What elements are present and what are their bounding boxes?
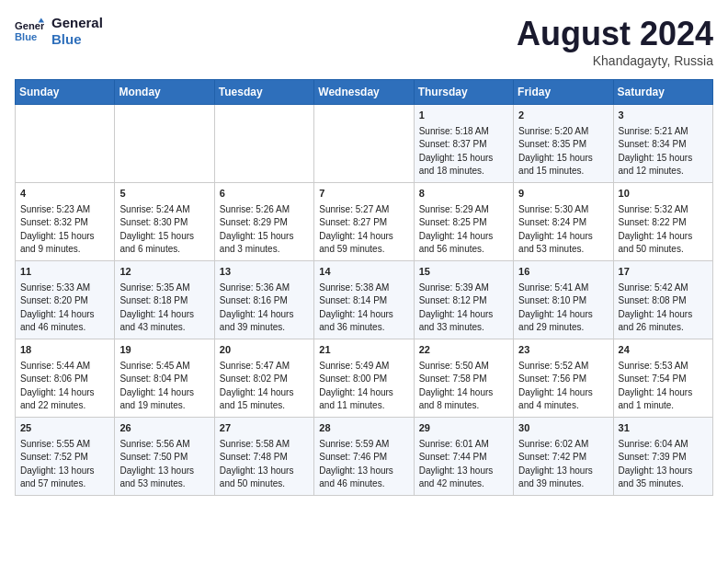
- daylight-text: Daylight: 14 hours and 46 minutes.: [20, 309, 95, 333]
- sunset-text: Sunset: 8:25 PM: [419, 217, 487, 227]
- daylight-text: Daylight: 13 hours and 46 minutes.: [319, 465, 393, 489]
- daylight-text: Daylight: 14 hours and 15 minutes.: [220, 387, 294, 411]
- day-number: 8: [419, 187, 508, 201]
- logo-text-general: General: [51, 15, 103, 31]
- location-subtitle: Khandagayty, Russia: [517, 53, 713, 68]
- day-number: 31: [619, 421, 708, 436]
- day-cell-10: 10Sunrise: 5:32 AMSunset: 8:22 PMDayligh…: [613, 182, 712, 260]
- day-number: 7: [319, 187, 408, 201]
- day-cell-14: 14Sunrise: 5:38 AMSunset: 8:14 PMDayligh…: [314, 260, 414, 339]
- sunrise-text: Sunrise: 5:53 AM: [619, 361, 688, 371]
- daylight-text: Daylight: 13 hours and 35 minutes.: [619, 465, 693, 489]
- day-number: 13: [220, 265, 309, 280]
- sunrise-text: Sunrise: 5:47 AM: [220, 361, 290, 371]
- sunset-text: Sunset: 8:10 PM: [518, 295, 586, 305]
- week-row-5: 25Sunrise: 5:55 AMSunset: 7:52 PMDayligh…: [16, 417, 713, 495]
- sunset-text: Sunset: 7:56 PM: [518, 373, 586, 384]
- empty-cell: [214, 105, 313, 183]
- day-cell-20: 20Sunrise: 5:47 AMSunset: 8:02 PMDayligh…: [214, 339, 313, 417]
- day-number: 17: [619, 265, 708, 280]
- daylight-text: Daylight: 15 hours and 9 minutes.: [20, 231, 95, 255]
- daylight-text: Daylight: 14 hours and 1 minute.: [619, 387, 693, 411]
- day-number: 1: [419, 109, 508, 123]
- sunset-text: Sunset: 8:37 PM: [419, 139, 487, 149]
- sunrise-text: Sunrise: 6:01 AM: [419, 439, 489, 449]
- calendar-table: SundayMondayTuesdayWednesdayThursdayFrid…: [15, 79, 713, 496]
- day-number: 2: [518, 109, 608, 123]
- week-row-1: 1Sunrise: 5:18 AMSunset: 8:37 PMDaylight…: [16, 105, 713, 183]
- col-header-friday: Friday: [514, 80, 613, 105]
- empty-cell: [314, 105, 414, 183]
- daylight-text: Daylight: 14 hours and 26 minutes.: [619, 309, 693, 333]
- col-header-monday: Monday: [115, 80, 214, 105]
- sunset-text: Sunset: 7:42 PM: [518, 452, 586, 462]
- day-cell-31: 31Sunrise: 6:04 AMSunset: 7:39 PMDayligh…: [613, 417, 712, 495]
- week-row-4: 18Sunrise: 5:44 AMSunset: 8:06 PMDayligh…: [16, 339, 713, 417]
- sunrise-text: Sunrise: 5:45 AM: [119, 361, 189, 371]
- day-cell-1: 1Sunrise: 5:18 AMSunset: 8:37 PMDaylight…: [414, 105, 513, 183]
- day-cell-16: 16Sunrise: 5:41 AMSunset: 8:10 PMDayligh…: [514, 260, 613, 339]
- daylight-text: Daylight: 14 hours and 29 minutes.: [518, 309, 593, 333]
- sunset-text: Sunset: 8:02 PM: [220, 373, 288, 384]
- sunset-text: Sunset: 8:20 PM: [20, 295, 88, 305]
- day-number: 11: [20, 265, 109, 280]
- col-header-tuesday: Tuesday: [214, 80, 313, 105]
- daylight-text: Daylight: 15 hours and 12 minutes.: [619, 153, 693, 177]
- day-number: 15: [419, 265, 508, 280]
- daylight-text: Daylight: 14 hours and 22 minutes.: [20, 387, 95, 411]
- sunrise-text: Sunrise: 5:42 AM: [619, 282, 688, 293]
- sunset-text: Sunset: 8:14 PM: [319, 295, 387, 305]
- sunrise-text: Sunrise: 6:02 AM: [518, 439, 588, 449]
- daylight-text: Daylight: 14 hours and 4 minutes.: [518, 387, 593, 411]
- day-number: 16: [518, 265, 608, 280]
- day-cell-7: 7Sunrise: 5:27 AMSunset: 8:27 PMDaylight…: [314, 182, 414, 260]
- day-number: 20: [220, 343, 309, 358]
- daylight-text: Daylight: 13 hours and 50 minutes.: [220, 465, 294, 489]
- day-cell-3: 3Sunrise: 5:21 AMSunset: 8:34 PMDaylight…: [613, 105, 712, 183]
- daylight-text: Daylight: 13 hours and 42 minutes.: [419, 465, 494, 489]
- day-cell-24: 24Sunrise: 5:53 AMSunset: 7:54 PMDayligh…: [613, 339, 712, 417]
- day-cell-12: 12Sunrise: 5:35 AMSunset: 8:18 PMDayligh…: [115, 260, 214, 339]
- sunset-text: Sunset: 7:58 PM: [419, 373, 487, 384]
- daylight-text: Daylight: 14 hours and 19 minutes.: [119, 387, 194, 411]
- day-cell-29: 29Sunrise: 6:01 AMSunset: 7:44 PMDayligh…: [414, 417, 513, 495]
- sunset-text: Sunset: 7:50 PM: [119, 452, 188, 462]
- empty-cell: [115, 105, 214, 183]
- day-number: 3: [619, 109, 708, 123]
- day-cell-6: 6Sunrise: 5:26 AMSunset: 8:29 PMDaylight…: [214, 182, 313, 260]
- day-cell-21: 21Sunrise: 5:49 AMSunset: 8:00 PMDayligh…: [314, 339, 414, 417]
- sunrise-text: Sunrise: 5:30 AM: [518, 204, 588, 214]
- day-number: 28: [319, 421, 408, 436]
- col-header-saturday: Saturday: [613, 80, 712, 105]
- day-number: 5: [119, 187, 209, 201]
- sunrise-text: Sunrise: 6:04 AM: [619, 439, 688, 449]
- day-number: 6: [220, 187, 309, 201]
- daylight-text: Daylight: 14 hours and 59 minutes.: [319, 231, 393, 255]
- col-header-thursday: Thursday: [414, 80, 513, 105]
- day-cell-30: 30Sunrise: 6:02 AMSunset: 7:42 PMDayligh…: [514, 417, 613, 495]
- day-number: 29: [419, 421, 508, 436]
- day-cell-11: 11Sunrise: 5:33 AMSunset: 8:20 PMDayligh…: [16, 260, 115, 339]
- sunrise-text: Sunrise: 5:44 AM: [20, 361, 90, 371]
- daylight-text: Daylight: 15 hours and 6 minutes.: [119, 231, 194, 255]
- sunset-text: Sunset: 7:54 PM: [619, 373, 687, 384]
- day-number: 19: [119, 343, 209, 358]
- sunset-text: Sunset: 8:12 PM: [419, 295, 487, 305]
- day-number: 21: [319, 343, 408, 358]
- sunset-text: Sunset: 7:48 PM: [220, 452, 288, 462]
- page-header: General Blue General Blue August 2024 Kh…: [15, 15, 713, 68]
- sunrise-text: Sunrise: 5:36 AM: [220, 282, 290, 293]
- sunset-text: Sunset: 8:08 PM: [619, 295, 687, 305]
- day-cell-15: 15Sunrise: 5:39 AMSunset: 8:12 PMDayligh…: [414, 260, 513, 339]
- sunrise-text: Sunrise: 5:58 AM: [220, 439, 290, 449]
- day-number: 18: [20, 343, 109, 358]
- sunrise-text: Sunrise: 5:32 AM: [619, 204, 688, 214]
- daylight-text: Daylight: 14 hours and 53 minutes.: [518, 231, 593, 255]
- day-cell-25: 25Sunrise: 5:55 AMSunset: 7:52 PMDayligh…: [16, 417, 115, 495]
- sunrise-text: Sunrise: 5:24 AM: [119, 204, 189, 214]
- logo: General Blue General Blue: [15, 15, 103, 48]
- sunset-text: Sunset: 8:30 PM: [119, 217, 188, 227]
- daylight-text: Daylight: 14 hours and 50 minutes.: [619, 231, 693, 255]
- day-number: 25: [20, 421, 109, 436]
- logo-text-blue: Blue: [51, 31, 103, 48]
